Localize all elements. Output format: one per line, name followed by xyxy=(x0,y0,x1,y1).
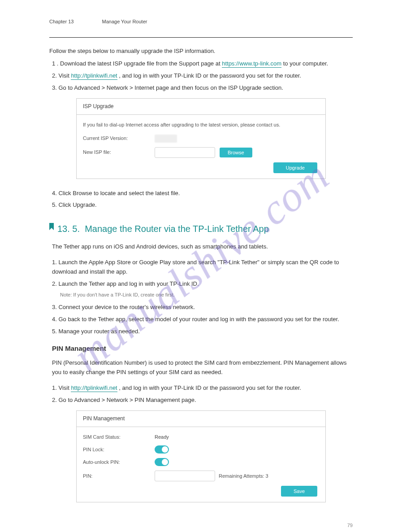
section-heading: 13. 5. Manage the Router via the TP-Link… xyxy=(57,222,269,236)
isp-step-2: 2. Visit http://tplinkwifi.net , and log… xyxy=(52,71,353,81)
pin-label: PIN: xyxy=(83,472,155,480)
isp-step-3: 3. Go to Advanced > Network > Internet p… xyxy=(52,83,353,93)
chapter-header: Chapter 13 Manage Your Router xyxy=(49,18,353,26)
current-isp-version-value xyxy=(155,135,177,143)
tether-step-3: 3. Connect your device to the router's w… xyxy=(52,303,353,312)
tether-step-1: 1. Launch the Apple App Store or Google … xyxy=(52,258,353,277)
new-isp-file-input[interactable] xyxy=(155,147,215,158)
remaining-attempts: Remaining Attempts: 3 xyxy=(219,472,268,480)
pin-lock-label: PIN Lock: xyxy=(83,446,155,454)
browse-button[interactable]: Browse xyxy=(220,148,252,157)
chapter-number: Chapter 13 xyxy=(49,19,73,24)
tether-note: Note: If you don't have a TP-Link ID, cr… xyxy=(60,291,353,299)
chapter-title: Manage Your Router xyxy=(102,19,147,24)
page-number: 79 xyxy=(347,522,353,530)
isp-upgrade-lead: Follow the steps below to manually upgra… xyxy=(49,47,353,56)
step-text-suffix: , and log in with your TP-Link ID or the… xyxy=(119,384,301,391)
isp-step-4: 4. Click Browse to locate and select the… xyxy=(52,189,353,198)
step-text: 1 . Download the latest ISP upgrade file… xyxy=(52,60,222,67)
section-number: 13. 5. xyxy=(57,224,80,234)
upgrade-button[interactable]: Upgrade xyxy=(273,162,317,173)
isp-upgrade-note: If you fail to dial-up Internet access a… xyxy=(83,121,280,129)
tplinkwifi-link[interactable]: http://tplinkwifi.net xyxy=(71,72,117,80)
sim-card-status-label: SIM Card Status: xyxy=(83,433,155,441)
step-text-suffix: to your computer. xyxy=(283,60,328,67)
pin-management-panel: PIN Management SIM Card Status: Ready PI… xyxy=(76,410,326,503)
new-isp-file-label: New ISP file: xyxy=(83,148,155,157)
tether-step-5: 5. Manage your router as needed. xyxy=(52,327,353,336)
step-text: 2. Visit xyxy=(52,72,71,79)
pin-lock-toggle[interactable] xyxy=(155,445,169,454)
save-button[interactable]: Save xyxy=(281,486,317,497)
tplink-support-link[interactable]: https://www.tp-link.com xyxy=(222,60,281,68)
pin-step-2: 2. Go to Advanced > Network > PIN Manage… xyxy=(52,396,353,405)
auto-unlock-pin-label: Auto-unlock PIN: xyxy=(83,458,155,467)
isp-upgrade-panel-title: ISP Upgrade xyxy=(77,99,325,115)
pin-step-1: 1. Visit http://tplinkwifi.net , and log… xyxy=(52,384,353,393)
pin-management-lead: PIN (Personal Identification Number) is … xyxy=(52,358,353,377)
isp-step-5: 5. Click Upgrade. xyxy=(52,201,353,210)
tether-step-2: 2. Launch the Tether app and log in with… xyxy=(52,279,353,289)
pin-management-subhead: PIN Management xyxy=(52,343,353,354)
sim-card-status-value: Ready xyxy=(155,433,169,441)
pin-panel-title: PIN Management xyxy=(77,411,325,427)
auto-unlock-pin-toggle[interactable] xyxy=(155,458,169,466)
bookmark-icon xyxy=(49,223,54,230)
current-isp-version-label: Current ISP Version: xyxy=(83,135,155,143)
isp-step-1: 1 . Download the latest ISP upgrade file… xyxy=(52,59,353,69)
header-rule xyxy=(49,37,353,38)
isp-upgrade-panel: ISP Upgrade If you fail to dial-up Inter… xyxy=(76,98,326,179)
section-title: Manage the Router via the TP-Link Tether… xyxy=(85,224,269,234)
step-text: 1. Visit xyxy=(52,384,71,391)
pin-input[interactable] xyxy=(155,471,215,481)
tplinkwifi-link-2[interactable]: http://tplinkwifi.net xyxy=(71,384,117,392)
tether-step-4: 4. Go back to the Tether app, select the… xyxy=(52,315,353,324)
step-text-suffix: , and log in with your TP-Link ID or the… xyxy=(119,72,301,79)
tether-intro: The Tether app runs on iOS and Android d… xyxy=(52,242,353,252)
